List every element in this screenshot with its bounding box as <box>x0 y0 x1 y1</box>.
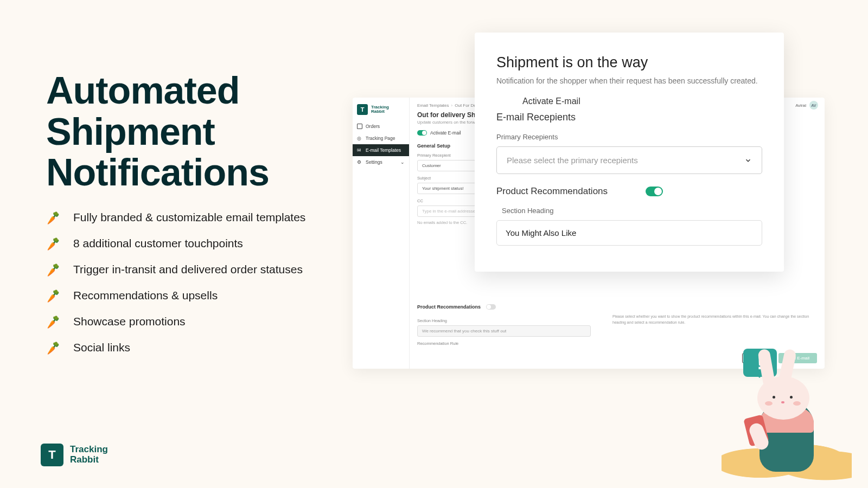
carrot-icon: 🥕 <box>44 233 65 253</box>
hero-title: Automated Shipment Notifications <box>46 70 328 194</box>
card-subtitle: Notification for the shopper when their … <box>496 75 762 87</box>
product-reco-section: Product Recommendations Section Heading … <box>417 304 817 346</box>
section-heading-label: Section Heading <box>502 207 762 215</box>
carrot-icon: 🥕 <box>44 207 65 227</box>
reco-help-text: Please select whether you want to show t… <box>612 314 817 325</box>
activate-label: Activate E-mail <box>430 130 461 136</box>
sidebar: T TrackingRabbit Orders ◎Tracking Page ✉… <box>353 98 410 369</box>
tracking-icon: ◎ <box>357 136 362 141</box>
app-header: Aviral AV <box>795 101 818 110</box>
feature-item: 🥕Social links <box>46 339 328 356</box>
sidebar-item-tracking[interactable]: ◎Tracking Page <box>353 132 409 144</box>
bunny-eye <box>790 396 793 399</box>
bunny-eye <box>773 396 775 399</box>
feature-text: 8 additional customer touchpoints <box>73 237 243 250</box>
settings-icon: ⚙ <box>357 159 362 165</box>
footer-logo: T TrackingRabbit <box>41 444 108 466</box>
chevron-down-icon <box>744 157 752 164</box>
bunny-nose <box>781 401 784 403</box>
feature-text: Showcase promotions <box>73 315 186 328</box>
bunny-illustration <box>727 358 846 483</box>
chevron-down-icon: ⌄ <box>400 159 405 165</box>
bunny-head <box>757 376 809 420</box>
sidebar-brand: T TrackingRabbit <box>353 102 409 120</box>
feature-item: 🥕Showcase promotions <box>46 313 328 330</box>
hero: Automated Shipment Notifications 🥕Fully … <box>46 70 328 365</box>
sidebar-item-orders[interactable]: Orders <box>353 120 409 132</box>
sidebar-item-settings[interactable]: ⚙Settings⌄ <box>353 156 409 168</box>
reco-heading: Product Recommendations <box>417 304 481 310</box>
reco-rule-label: Recommendation Rule <box>417 341 591 346</box>
sidebar-item-templates[interactable]: ✉E-mail Templates <box>353 144 409 156</box>
carrot-icon: 🥕 <box>44 285 65 305</box>
feature-item: 🥕Fully branded & customizable email temp… <box>46 209 328 226</box>
brand-text: TrackingRabbit <box>371 105 389 114</box>
carrot-icon: 🥕 <box>44 259 65 279</box>
product-reco-toggle[interactable] <box>646 187 663 196</box>
logo-mark: T <box>41 444 63 466</box>
feature-item: 🥕Trigger in-transit and delivered order … <box>46 261 328 278</box>
feature-text: Recommendations & upsells <box>73 289 218 302</box>
select-placeholder: Please select the primary recepients <box>507 156 638 165</box>
activate-email-label: Activate E-mail <box>522 97 762 106</box>
primary-recipients-select[interactable]: Please select the primary recepients <box>496 146 762 174</box>
card-title: Shipment is on the way <box>496 54 762 71</box>
feature-item: 🥕Recommendations & upsells <box>46 287 328 304</box>
logo-text: TrackingRabbit <box>70 445 108 465</box>
primary-recipients-label: Primary Recepients <box>496 133 762 141</box>
feature-text: Trigger in-transit and delivered order s… <box>73 263 303 276</box>
avatar[interactable]: AV <box>809 101 818 110</box>
orders-icon <box>357 124 362 129</box>
activate-toggle[interactable] <box>417 130 427 136</box>
carrot-icon: 🥕 <box>44 311 65 331</box>
breadcrumb-part[interactable]: Email Templates <box>417 103 449 108</box>
brand-mark: T <box>357 104 368 115</box>
templates-icon: ✉ <box>357 147 362 153</box>
primary-recipient-value[interactable]: Customer <box>417 160 477 171</box>
recipients-heading: E-mail Recepients <box>496 112 762 123</box>
bunny-cheek <box>765 401 773 406</box>
user-name: Aviral <box>795 103 806 108</box>
front-card: Shipment is on the way Notification for … <box>475 33 784 272</box>
carrot-icon: 🥕 <box>44 337 65 357</box>
section-heading-input[interactable]: You Might Also Like <box>496 220 762 246</box>
reco-section-input[interactable]: We recommend that you check this stuff o… <box>417 325 591 337</box>
feature-text: Social links <box>73 341 130 354</box>
feature-text: Fully branded & customizable email templ… <box>73 211 305 224</box>
product-reco-label: Product Recommendations <box>496 186 608 197</box>
feature-list: 🥕Fully branded & customizable email temp… <box>46 209 328 356</box>
reco-toggle[interactable] <box>486 304 496 310</box>
reco-section-label: Section Heading <box>417 318 591 323</box>
feature-item: 🥕8 additional customer touchpoints <box>46 235 328 252</box>
bunny-cheek <box>793 401 801 406</box>
